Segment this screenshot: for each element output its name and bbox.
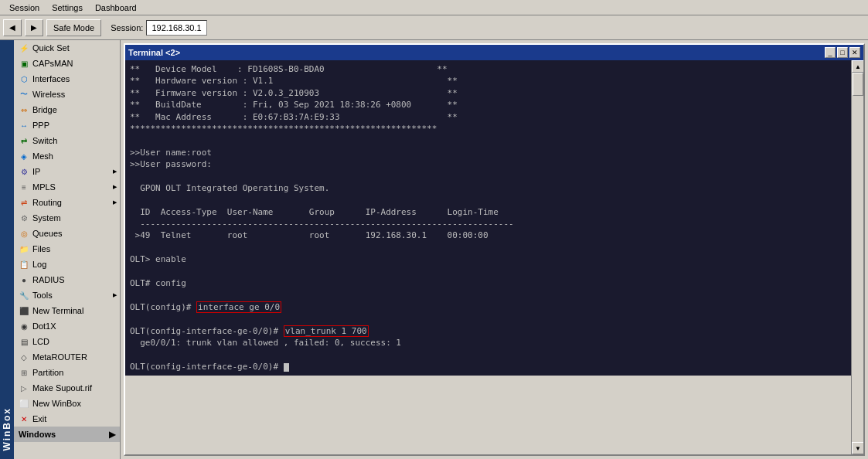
- terminal-window: Terminal <2> _ □ ✕ ** Device Model : FD1…: [124, 43, 865, 456]
- sidebar-label-exit: Exit: [32, 414, 46, 423]
- sidebar-item-wireless[interactable]: 〜Wireless: [14, 87, 120, 102]
- metarouter-icon: ◇: [19, 352, 29, 362]
- system-icon: ⚙: [19, 212, 29, 223]
- sidebar-item-new-winbox[interactable]: ⬜New WinBox: [14, 396, 120, 411]
- scroll-thumb[interactable]: [853, 73, 863, 96]
- sidebar-label-interfaces: Interfaces: [32, 74, 70, 83]
- new-winbox-icon: ⬜: [19, 398, 29, 409]
- sidebar-label-queues: Queues: [32, 229, 63, 238]
- sidebar-item-files[interactable]: 📁Files: [14, 241, 120, 257]
- interfaces-icon: ⬡: [19, 73, 29, 84]
- content-area: Terminal <2> _ □ ✕ ** Device Model : FD1…: [121, 40, 868, 459]
- sidebar-label-quick-set: Quick Set: [32, 43, 70, 53]
- files-icon: 📁: [19, 243, 29, 254]
- sidebar-label-partition: Partition: [32, 368, 63, 377]
- windows-arrow: ▶: [109, 430, 115, 440]
- sidebar-item-new-terminal[interactable]: ⬛New Terminal: [14, 303, 120, 318]
- sidebar-item-partition[interactable]: ⊞Partition: [14, 365, 120, 380]
- sidebar-item-exit[interactable]: ✕Exit: [14, 411, 120, 427]
- sidebar-label-system: System: [32, 213, 61, 223]
- sidebar-item-bridge[interactable]: ⇔Bridge: [14, 102, 120, 117]
- queues-icon: ◎: [19, 228, 29, 239]
- sidebar-item-radius[interactable]: ●RADIUS: [14, 272, 120, 287]
- terminal-scroll-area: ** Device Model : FD1608S-B0-BDA0 ** ** …: [125, 60, 863, 454]
- bridge-icon: ⇔: [19, 104, 29, 115]
- radius-icon: ●: [19, 274, 29, 285]
- safe-mode-button[interactable]: Safe Mode: [46, 19, 101, 36]
- sidebar-label-new-terminal: New Terminal: [32, 306, 83, 315]
- sidebar-label-tools: Tools: [32, 291, 53, 300]
- sidebar-item-system[interactable]: ⚙System: [14, 210, 120, 226]
- sidebar-item-ip[interactable]: ⚙IP: [14, 164, 120, 179]
- sidebar-label-capsman: CAPsMAN: [32, 59, 73, 68]
- mpls-icon: ≡: [19, 182, 29, 192]
- sidebar-label-mpls: MPLS: [32, 182, 56, 192]
- menu-settings[interactable]: Settings: [46, 2, 89, 14]
- scroll-track: [852, 73, 863, 442]
- terminal-maximize-button[interactable]: □: [837, 47, 848, 58]
- sidebar-label-ppp: PPP: [32, 121, 49, 130]
- toolbar: ◀ ▶ Safe Mode Session: 192.168.30.1: [0, 15, 868, 40]
- sidebar-item-switch[interactable]: ⇄Switch: [14, 133, 120, 148]
- sidebar-item-routing[interactable]: ⇌Routing: [14, 195, 120, 210]
- sidebar-item-metarouter[interactable]: ◇MetaROUTER: [14, 349, 120, 365]
- log-icon: 📋: [19, 259, 29, 270]
- sidebar-label-new-winbox: New WinBox: [32, 399, 81, 408]
- session-ip: 192.168.30.1: [146, 20, 206, 36]
- partition-icon: ⊞: [19, 367, 29, 378]
- session-label: Session:: [111, 23, 143, 32]
- terminal-text: ** Device Model : FD1608S-B0-BDA0 ** ** …: [130, 63, 846, 372]
- sidebar-item-tools[interactable]: 🔧Tools: [14, 287, 120, 303]
- sidebar-item-queues[interactable]: ◎Queues: [14, 226, 120, 241]
- menu-dashboard[interactable]: Dashboard: [89, 2, 143, 14]
- sidebar: ⚡Quick Set▣CAPsMAN⬡Interfaces〜Wireless⇔B…: [14, 40, 121, 459]
- terminal-controls: _ □ ✕: [825, 47, 860, 58]
- sidebar-item-ppp[interactable]: ↔PPP: [14, 117, 120, 133]
- sidebar-windows-section: Windows ▶: [14, 427, 120, 442]
- sidebar-item-mpls[interactable]: ≡MPLS: [14, 179, 120, 195]
- new-terminal-icon: ⬛: [19, 305, 29, 316]
- windows-label: Windows: [19, 430, 56, 439]
- lcd-icon: ▤: [19, 336, 29, 347]
- terminal-close-button[interactable]: ✕: [849, 47, 860, 58]
- sidebar-label-bridge: Bridge: [32, 105, 57, 114]
- ppp-icon: ↔: [19, 120, 29, 131]
- sidebar-label-wireless: Wireless: [32, 90, 65, 99]
- winbox-side: WinBox: [0, 40, 14, 459]
- sidebar-item-interfaces[interactable]: ⬡Interfaces: [14, 71, 120, 87]
- terminal-title: Terminal <2>: [128, 48, 180, 57]
- sidebar-item-log[interactable]: 📋Log: [14, 257, 120, 272]
- terminal-titlebar: Terminal <2> _ □ ✕: [125, 45, 863, 60]
- sidebar-wrapper: WinBox ⚡Quick Set▣CAPsMAN⬡Interfaces〜Wir…: [0, 40, 121, 459]
- back-button[interactable]: ◀: [3, 19, 22, 36]
- sidebar-item-lcd[interactable]: ▤LCD: [14, 334, 120, 349]
- sidebar-label-lcd: LCD: [32, 337, 49, 346]
- quick-set-icon: ⚡: [19, 42, 29, 53]
- terminal-minimize-button[interactable]: _: [825, 47, 836, 58]
- sidebar-item-make-supout[interactable]: ▷Make Supout.rif: [14, 380, 120, 396]
- sidebar-item-dot1x[interactable]: ◉Dot1X: [14, 318, 120, 334]
- terminal-body[interactable]: ** Device Model : FD1608S-B0-BDA0 ** ** …: [125, 60, 851, 376]
- wireless-icon: 〜: [19, 89, 29, 100]
- menu-session[interactable]: Session: [3, 2, 46, 14]
- sidebar-label-metarouter: MetaROUTER: [32, 352, 87, 362]
- sidebar-label-switch: Switch: [32, 136, 57, 145]
- sidebar-label-radius: RADIUS: [32, 275, 65, 284]
- sidebar-label-ip: IP: [32, 167, 40, 176]
- scroll-up-button[interactable]: ▲: [852, 60, 863, 73]
- sidebar-item-quick-set[interactable]: ⚡Quick Set: [14, 40, 120, 56]
- sidebar-label-routing: Routing: [32, 198, 62, 207]
- forward-button[interactable]: ▶: [25, 19, 43, 36]
- terminal-content: ** Device Model : FD1608S-B0-BDA0 ** ** …: [125, 60, 851, 454]
- switch-icon: ⇄: [19, 135, 29, 146]
- sidebar-label-mesh: Mesh: [32, 151, 53, 161]
- dot1x-icon: ◉: [19, 321, 29, 332]
- routing-icon: ⇌: [19, 197, 29, 208]
- sidebar-label-dot1x: Dot1X: [32, 321, 56, 331]
- tools-icon: 🔧: [19, 290, 29, 301]
- sidebar-item-mesh[interactable]: ◈Mesh: [14, 148, 120, 164]
- sidebar-item-capsman[interactable]: ▣CAPsMAN: [14, 56, 120, 71]
- sidebar-label-log: Log: [32, 260, 46, 269]
- terminal-scrollbar[interactable]: ▲ ▼: [851, 60, 863, 454]
- scroll-down-button[interactable]: ▼: [852, 442, 863, 454]
